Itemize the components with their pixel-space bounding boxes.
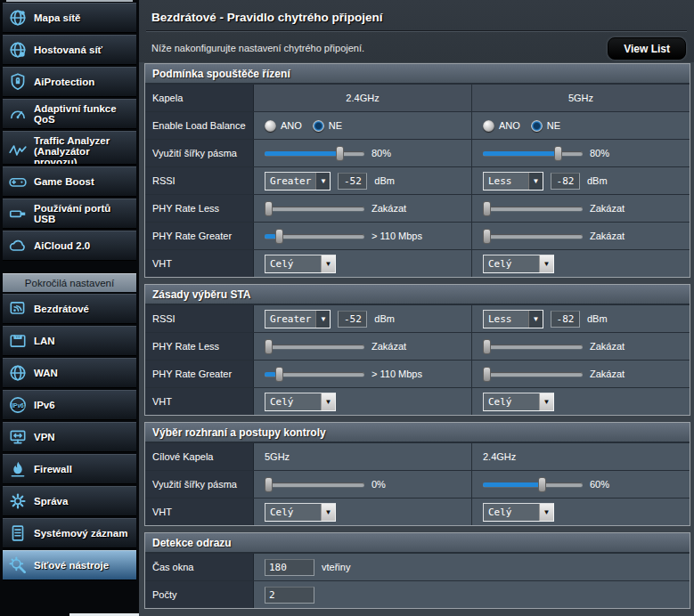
sidebar-item-vpn[interactable]: VPN: [3, 422, 136, 452]
sidebar-item-label: Síťové nástroje: [34, 560, 109, 571]
vht-select[interactable]: Celý ▼: [265, 503, 336, 522]
rssi-op-select[interactable]: Greater ▼: [265, 172, 331, 190]
phy-rate-slider[interactable]: [265, 234, 364, 239]
sidebar-item-wan[interactable]: WAN: [3, 358, 136, 388]
slider-handle[interactable]: [336, 146, 344, 161]
window-time-input[interactable]: [265, 559, 314, 576]
vht-select[interactable]: Celý ▼: [483, 255, 554, 273]
unit-label: dBm: [374, 175, 395, 186]
bandwidth-slider[interactable]: [483, 482, 583, 487]
slider-value-text: Zakázat: [590, 369, 625, 379]
bandwidth-slider[interactable]: [265, 482, 364, 487]
sidebar-item-lan[interactable]: LAN: [3, 326, 136, 356]
slider-handle[interactable]: [275, 367, 283, 382]
band-2g4-cell: 2.4GHz: [254, 85, 471, 111]
row-label: Čas okna: [145, 554, 254, 580]
chevron-down-icon: ▼: [315, 311, 330, 328]
table-row-bandwidth-util: Využití šířky pásma 0% 60%: [145, 470, 690, 498]
network-tools-icon: [8, 555, 28, 575]
sidebar-item-label: Traffic Analyzer (Analyzátor provozu): [34, 135, 135, 165]
phy-rate-slider[interactable]: [265, 372, 364, 377]
sidebar-item-aicloud[interactable]: AiCloud 2.0: [3, 231, 136, 261]
slider-value-text: > 110 Mbps: [371, 369, 422, 379]
radio-ne[interactable]: [531, 120, 543, 132]
slider-value-text: Zakázat: [371, 203, 406, 214]
bandwidth-slider[interactable]: [483, 151, 583, 156]
slider-handle[interactable]: [483, 201, 491, 216]
content-header: Bezdrátové - Pravidlo chytrého připojení…: [139, 0, 694, 62]
phy-rate-slider[interactable]: [483, 207, 583, 211]
sidebar-item-usb[interactable]: Používání portů USB: [3, 199, 136, 229]
phy-rate-slider[interactable]: [483, 372, 583, 377]
vht-select[interactable]: Celý ▼: [265, 255, 336, 273]
sidebar-item-label: Bezdrátové: [34, 304, 89, 314]
rssi-value-input[interactable]: [551, 311, 580, 328]
lan-port-icon: [8, 331, 28, 351]
slider-value-text: Zakázat: [590, 341, 625, 352]
cloud-icon: [8, 236, 28, 255]
radio-ano[interactable]: [265, 120, 276, 132]
sidebar-item-label: Game Boost: [34, 176, 94, 187]
syslog-document-icon: [8, 523, 28, 543]
unit-label: dBm: [587, 313, 608, 324]
row-label: VHT: [145, 388, 254, 415]
sidebar-item-label: Adaptivní funkce QoS: [34, 103, 135, 125]
view-list-button[interactable]: View List: [608, 37, 686, 60]
slider-handle[interactable]: [483, 339, 491, 354]
rssi-value-input[interactable]: [338, 311, 367, 328]
phy-rate-slider[interactable]: [483, 234, 583, 239]
sidebar-item-firewall[interactable]: Firewall: [3, 454, 136, 484]
phy-rate-slider[interactable]: [483, 344, 583, 349]
sidebar-item-system-log[interactable]: Systémový záznam: [3, 518, 136, 548]
slider-handle[interactable]: [538, 477, 546, 492]
sidebar-item-aiprotection[interactable]: AiProtection: [3, 67, 136, 97]
table-row-phy-rate-greater: PHY Rate Greater > 110 Mbps Zakázat: [145, 360, 690, 387]
sidebar-item-administration[interactable]: Správa: [3, 486, 136, 516]
sidebar-item-network-tools[interactable]: Síťové nástroje: [3, 550, 136, 580]
row-label: PHY Rate Greater: [145, 223, 254, 249]
phy-rate-slider[interactable]: [265, 344, 364, 349]
sidebar-item-traffic-analyzer[interactable]: Traffic Analyzer (Analyzátor provozu): [3, 131, 136, 165]
rssi-value-input[interactable]: [551, 173, 580, 190]
table-row-vht: VHT Celý ▼ Celý ▼: [145, 387, 690, 415]
rssi-op-select[interactable]: Less ▼: [483, 310, 543, 328]
unit-label: dBm: [587, 175, 608, 186]
phy-rate-slider[interactable]: [265, 207, 364, 211]
bandwidth-slider[interactable]: [265, 151, 364, 156]
traffic-analyzer-icon: [8, 141, 28, 160]
radio-ne[interactable]: [313, 120, 324, 132]
row-label: PHY Rate Less: [145, 333, 254, 360]
sidebar-item-guest-network[interactable]: Hostovaná síť: [3, 35, 136, 65]
slider-handle[interactable]: [554, 146, 562, 161]
slider-handle[interactable]: [483, 367, 491, 382]
sidebar-item-game-boost[interactable]: Game Boost: [3, 166, 136, 197]
slider-handle[interactable]: [265, 477, 273, 492]
svg-text:IPv6: IPv6: [12, 402, 24, 409]
sidebar-item-label: Používání portů USB: [34, 203, 135, 224]
row-label: PHY Rate Greater: [145, 361, 254, 387]
firewall-flame-icon: [8, 459, 28, 479]
row-label: Cílové Kapela: [145, 443, 254, 470]
vht-select[interactable]: Celý ▼: [483, 393, 554, 411]
slider-handle[interactable]: [265, 339, 273, 354]
radio-ano[interactable]: [483, 120, 494, 132]
sidebar-item-network-map[interactable]: Mapa sítě: [3, 3, 136, 33]
vht-select[interactable]: Celý ▼: [265, 393, 336, 411]
slider-handle[interactable]: [275, 229, 283, 244]
slider-handle[interactable]: [483, 229, 491, 244]
rssi-value-input[interactable]: [338, 173, 367, 190]
slider-handle[interactable]: [265, 201, 273, 216]
counts-input[interactable]: [265, 587, 314, 604]
sidebar-item-label: Systémový záznam: [34, 528, 127, 539]
radio-ne-label: NE: [329, 120, 342, 131]
sidebar-item-ipv6[interactable]: IPv6 IPv6: [3, 390, 136, 420]
vht-select[interactable]: Celý ▼: [483, 503, 554, 522]
rssi-op-select[interactable]: Greater ▼: [265, 310, 331, 328]
rssi-op-select[interactable]: Less ▼: [483, 172, 543, 190]
sidebar-item-wireless[interactable]: Bezdrátové: [3, 294, 136, 324]
sidebar-item-adaptive-qos[interactable]: Adaptivní funkce QoS: [3, 99, 136, 129]
band-5g-cell: 5GHz: [471, 85, 690, 111]
gamepad-icon: [8, 172, 28, 191]
row-label: VHT: [145, 250, 254, 277]
slider-value-text: 60%: [590, 479, 609, 490]
